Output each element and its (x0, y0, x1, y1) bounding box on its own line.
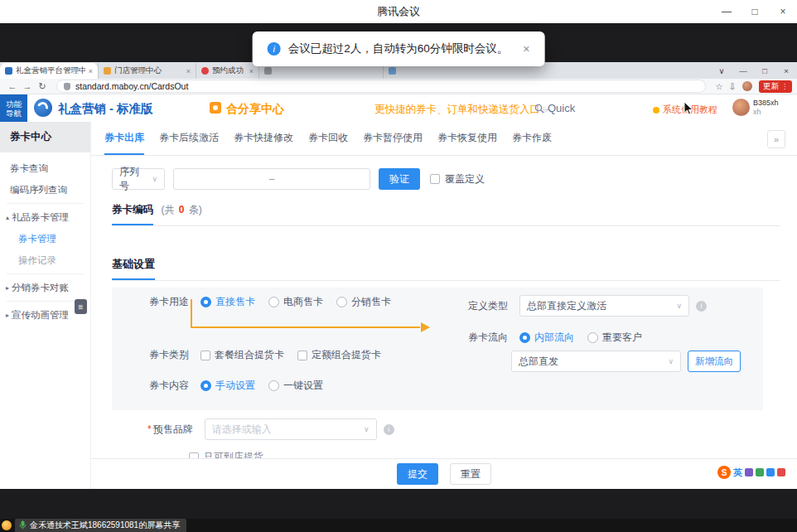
override-checkbox[interactable] (430, 174, 440, 184)
translate-extension-icon[interactable]: S (717, 466, 731, 479)
divider (7, 301, 84, 302)
caret-open-icon: ▴ (6, 214, 9, 221)
tab-search-icon[interactable]: ∨ (711, 66, 732, 75)
browser-tab-active[interactable]: 礼盒营销平台管理中心 × (0, 63, 98, 79)
panel-collapse-icon[interactable]: » (767, 130, 785, 148)
add-flow-button[interactable]: 新增流向 (688, 351, 741, 372)
info-icon[interactable]: i (384, 424, 394, 435)
basic-settings-panel: 券卡用途 直接售卡 电商售卡 分销售卡 (112, 288, 763, 410)
flow-select[interactable]: 总部直发 ∨ (511, 351, 681, 372)
serial-type-select[interactable]: 序列号 ∨ (112, 168, 165, 190)
extension-icon[interactable] (756, 468, 764, 476)
close-icon[interactable]: × (769, 0, 797, 23)
sidebar-item-card-manage[interactable]: 券卡管理 (0, 228, 90, 249)
promo-entry-link[interactable]: 更快捷的券卡、订单和快递送货入口 ⌲ (374, 103, 550, 117)
radio-key-customer[interactable]: 重要客户 (587, 331, 642, 345)
tab-close-icon[interactable]: × (89, 67, 93, 75)
reload-icon[interactable]: ↻ (35, 81, 50, 92)
card-codes-header: 券卡编码 (共 0 条) (112, 201, 780, 226)
radio-internal-flow[interactable]: 内部流向 (519, 331, 574, 345)
site-security-icon (64, 83, 70, 90)
sidebar-group-label: 礼品券卡管理 (12, 211, 69, 224)
back-icon[interactable]: ← (5, 81, 20, 91)
main-tabbar: 券卡出库 券卡后续激活 券卡快捷修改 券卡回收 券卡暂停使用 券卡恢复使用 券卡… (91, 122, 797, 156)
tab-void[interactable]: 券卡作废 (512, 122, 552, 155)
content-row: 券卡内容 手动设置 一键设置 (149, 379, 336, 393)
info-icon[interactable]: i (696, 301, 707, 312)
taskbar-app-icon[interactable] (2, 520, 12, 530)
brand-select[interactable]: 请选择或输入 ∨ (205, 418, 377, 440)
radio-icon (336, 297, 347, 307)
checkbox-label: 定额组合提货卡 (312, 348, 381, 362)
browser-minimize-icon[interactable]: — (732, 66, 754, 75)
radio-icon (200, 297, 211, 307)
user-avatar[interactable] (732, 99, 750, 116)
tab-activate[interactable]: 券卡后续激活 (159, 122, 219, 155)
language-extension-icon[interactable]: 英 (733, 467, 742, 479)
count-prefix: (共 (161, 204, 174, 215)
radio-manual-setup[interactable]: 手动设置 (200, 379, 255, 393)
browser-tab[interactable]: 预约成功 × (196, 63, 258, 79)
basic-settings-header: 基础设置 (112, 256, 780, 281)
reset-button[interactable]: 重置 (450, 463, 491, 485)
radio-label: 电商售卡 (283, 295, 323, 309)
flow-select-row: 总部直发 ∨ 新增流向 (511, 351, 741, 372)
tab-restore[interactable]: 券卡恢复使用 (437, 122, 497, 155)
share-center-link[interactable]: 合分享中心 (226, 102, 284, 117)
sidebar-item-serial-query[interactable]: 编码序列查询 (0, 179, 90, 201)
tab-recycle[interactable]: 券卡回收 (308, 122, 348, 155)
extension-icon[interactable] (777, 468, 785, 476)
serial-range-input[interactable] (173, 168, 370, 190)
checkbox-label: 套餐组合提货卡 (215, 348, 284, 362)
override-label: 覆盖定义 (445, 172, 485, 186)
tab-close-icon[interactable]: × (186, 67, 191, 75)
browser-update-button[interactable]: 更新 ⋮ (759, 80, 792, 93)
tab-card-out[interactable]: 券卡出库 (104, 122, 144, 155)
tab-suspend[interactable]: 券卡暂停使用 (363, 122, 423, 155)
maximize-icon[interactable]: □ (741, 0, 769, 23)
window-controls: — □ × (712, 0, 797, 23)
quick-search[interactable]: Quick (534, 102, 575, 114)
usage-row: 券卡用途 直接售卡 电商售卡 分销售卡 (149, 295, 404, 309)
forward-icon[interactable]: → (20, 81, 35, 91)
shared-browser-window: 礼盒营销平台管理中心 × 门店管理中心 × 预约成功 × (0, 62, 797, 489)
radio-direct-sale[interactable]: 直接售卡 (200, 295, 255, 309)
submit-button[interactable]: 提交 (397, 463, 438, 485)
sidebar-item-card-query[interactable]: 券卡查询 (0, 157, 90, 179)
tab-quick-edit[interactable]: 券卡快捷修改 (234, 122, 293, 155)
bookmark-star-icon[interactable]: ☆ (712, 82, 726, 91)
divider (7, 273, 84, 274)
deftype-select[interactable]: 总部直接定义激活 ∨ (519, 295, 689, 317)
sidebar: 券卡中心 券卡查询 编码序列查询 ▴ 礼品券卡管理 券卡管理 操作记录 ▸ 分销… (0, 122, 91, 489)
sidebar-item-op-log[interactable]: 操作记录 (0, 249, 90, 271)
sidebar-group-gift-cards[interactable]: ▴ 礼品券卡管理 (0, 206, 90, 228)
sidebar-collapse-toggle[interactable]: ≡ (75, 299, 87, 314)
radio-distribution-sale[interactable]: 分销售卡 (336, 295, 391, 309)
tab-close-icon[interactable]: × (249, 67, 254, 75)
url-omnibox[interactable]: standard.maboy.cn/CardsOut (56, 80, 706, 93)
radio-one-click-setup[interactable]: 一键设置 (268, 379, 323, 393)
sidebar-group-distribution[interactable]: ▸ 分销券卡对账 (0, 277, 90, 298)
meeting-window: 腾讯会议 — □ × i 会议已超过2人，自动转为60分钟限时会议。 × 礼盒营… (0, 0, 797, 532)
toast-close-icon[interactable]: × (523, 42, 529, 56)
browser-tab[interactable]: 门店管理中心 × (98, 63, 196, 79)
microphone-icon (19, 520, 27, 530)
card-codes-title: 券卡编码 (112, 203, 153, 225)
browser-maximize-icon[interactable]: □ (754, 66, 775, 75)
extension-icon[interactable] (745, 468, 753, 476)
browser-close-icon[interactable]: × (775, 66, 797, 75)
favicon (5, 67, 12, 75)
nav-toggle-line1: 功能 (6, 99, 22, 109)
verify-button[interactable]: 验证 (379, 168, 420, 190)
serial-select-value: 序列号 (119, 165, 147, 193)
checkbox-fixed-combo-card[interactable]: 定额组合提货卡 (297, 348, 381, 362)
checkbox-combo-card[interactable]: 套餐组合提货卡 (200, 348, 284, 362)
download-icon[interactable]: ⇩ (726, 82, 739, 91)
radio-ecommerce-sale[interactable]: 电商售卡 (268, 295, 323, 309)
function-nav-toggle[interactable]: 功能 导航 (0, 94, 27, 122)
extension-icon[interactable] (766, 468, 775, 476)
deftype-label: 定义类型 (468, 299, 508, 313)
minimize-icon[interactable]: — (712, 0, 741, 23)
browser-profile-avatar[interactable] (742, 81, 752, 91)
user-name-line1: B385xh (753, 99, 779, 108)
